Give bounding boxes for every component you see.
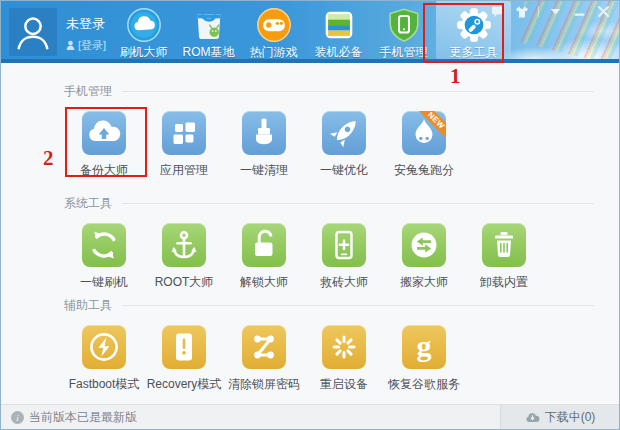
pattern-z-icon (242, 325, 286, 369)
section-divider (122, 91, 594, 92)
tool-fastboot-mode: Fastboot模式 (64, 325, 144, 393)
one-key-flash-button[interactable] (82, 223, 126, 267)
tool-recovery-mode: Recovery模式 (144, 325, 224, 393)
tool-restart-device: 重启设备 (304, 325, 384, 393)
tool-label: 卸载内置 (480, 274, 528, 291)
tool-label: 救砖大师 (320, 274, 368, 291)
tool-label: 清除锁屏密码 (228, 376, 300, 393)
tool-root-master: ROOT大师 (144, 223, 224, 291)
feedback-bubble-icon[interactable] (490, 5, 505, 18)
tool-label: 一键清理 (240, 162, 288, 179)
uninstall-builtin-button[interactable] (482, 223, 526, 267)
status-bar: i 当前版本已是最新版 下载中(0) (1, 404, 619, 429)
section-title: 手机管理 (64, 83, 112, 100)
download-center-button[interactable]: 下载中(0) (500, 405, 619, 429)
tab-rom-base[interactable]: ROM基地 (176, 1, 241, 59)
tool-one-key-clean: 一键清理 (224, 111, 304, 179)
trash-icon (482, 223, 526, 267)
restart-device-button[interactable] (322, 325, 366, 369)
tile-row-system-tools: 一键刷机 ROOT大师 (64, 223, 594, 291)
tab-hot-games[interactable]: 热门游戏 (241, 1, 306, 59)
user-name: 未登录 (66, 15, 106, 33)
tool-label: Fastboot模式 (69, 376, 140, 393)
tool-label: 一键优化 (320, 162, 368, 179)
app-grid-icon (162, 111, 206, 155)
shopping-bag-android-icon (190, 6, 228, 44)
root-master-button[interactable] (162, 223, 206, 267)
tool-unlock-master: 解锁大师 (224, 223, 304, 291)
tab-phone-management[interactable]: 手机管理 (371, 1, 436, 59)
section-divider (122, 203, 594, 204)
tool-label: 安兔兔跑分 (394, 162, 454, 179)
user-meta: 未登录 [登录] (66, 8, 106, 56)
gamepad-icon (255, 6, 293, 44)
backup-master-button[interactable] (82, 111, 126, 155)
download-label: 下载中(0) (545, 409, 596, 426)
app-manager-button[interactable] (162, 111, 206, 155)
section-phone-management: 手机管理 (64, 83, 594, 99)
anchor-icon (162, 223, 206, 267)
tool-move-master: 搬家大师 (384, 223, 464, 291)
tool-backup-master: 备份大师 (64, 111, 144, 179)
section-auxiliary-tools: 辅助工具 (64, 297, 594, 313)
version-text: 当前版本已是最新版 (29, 409, 137, 426)
spinner-icon (322, 325, 366, 369)
refresh-icon (82, 223, 126, 267)
tile-row-phone-management: 备份大师 应用管理 (64, 111, 594, 179)
google-g-icon: g (402, 325, 446, 369)
one-key-optimize-button[interactable] (322, 111, 366, 155)
unlock-master-button[interactable] (242, 223, 286, 267)
top-nav: 刷机大师 ROM基地 (111, 1, 511, 59)
phone-cross-icon (322, 223, 366, 267)
header: 未登录 [登录] 刷机大 (1, 1, 619, 63)
tool-one-key-flash: 一键刷机 (64, 223, 144, 291)
tool-antutu-benchmark: NEW 安兔兔跑分 (384, 111, 464, 179)
app-window: 未登录 [登录] 刷机大 (0, 0, 620, 430)
menu-chevron-icon[interactable] (548, 5, 563, 18)
tool-label: 恢复谷歌服务 (388, 376, 460, 393)
tab-flash-master[interactable]: 刷机大师 (111, 1, 176, 59)
brick-rescue-button[interactable] (322, 223, 366, 267)
tool-clear-lockscreen: 清除锁屏密码 (224, 325, 304, 393)
tool-label: 一键刷机 (80, 274, 128, 291)
user-area: 未登录 [登录] (9, 8, 106, 56)
tool-app-manager: 应用管理 (144, 111, 224, 179)
phone-exclamation-icon (162, 325, 206, 369)
tool-label: 应用管理 (160, 162, 208, 179)
gear-wrench-icon (455, 6, 493, 44)
main-content: 手机管理 备份大师 (1, 63, 619, 404)
tab-essential-apps[interactable]: 装机必备 (306, 1, 371, 59)
section-title: 系统工具 (64, 195, 112, 212)
lightning-circle-icon (82, 325, 126, 369)
tool-label: 解锁大师 (240, 274, 288, 291)
tool-label: 搬家大师 (400, 274, 448, 291)
brush-icon (242, 111, 286, 155)
minimize-icon[interactable] (572, 5, 587, 18)
close-icon[interactable] (596, 5, 611, 18)
section-title: 辅助工具 (64, 297, 112, 314)
shield-phone-icon (385, 6, 423, 44)
tool-uninstall-builtin: 卸载内置 (464, 223, 544, 291)
cloud-download-icon (525, 412, 540, 423)
fastboot-mode-button[interactable] (82, 325, 126, 369)
info-icon: i (11, 411, 24, 424)
move-master-button[interactable] (402, 223, 446, 267)
skin-shirt-icon[interactable] (514, 5, 529, 18)
one-key-clean-button[interactable] (242, 111, 286, 155)
login-label: [登录] (78, 38, 106, 53)
svg-text:g: g (417, 329, 432, 362)
clear-lockscreen-button[interactable] (242, 325, 286, 369)
tile-row-auxiliary-tools: Fastboot模式 Recovery模式 (64, 325, 594, 393)
restore-google-button[interactable]: g (402, 325, 446, 369)
cloud-upload-icon (82, 111, 126, 155)
avatar[interactable] (9, 8, 57, 56)
section-system-tools: 系统工具 (64, 195, 594, 211)
section-divider (122, 305, 594, 306)
antutu-benchmark-button[interactable]: NEW (402, 111, 446, 155)
rocket-icon (322, 111, 366, 155)
login-link[interactable]: [登录] (66, 38, 106, 53)
tool-label: ROOT大师 (155, 274, 214, 291)
person-icon (10, 9, 56, 55)
recovery-mode-button[interactable] (162, 325, 206, 369)
window-controls (490, 5, 611, 18)
